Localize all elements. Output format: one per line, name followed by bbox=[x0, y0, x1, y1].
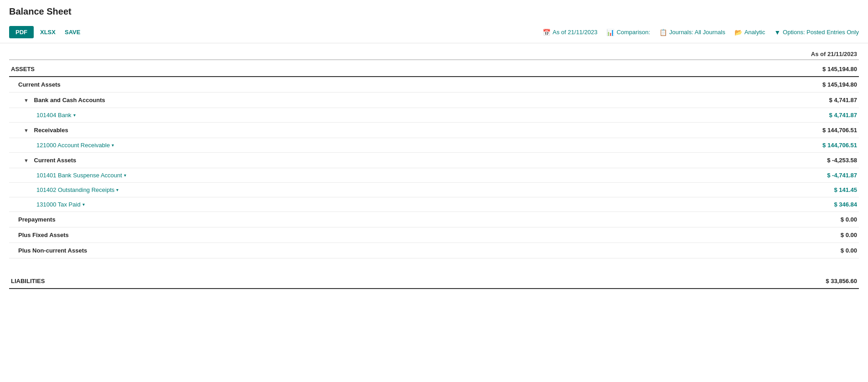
filter-icon: ▼ bbox=[774, 29, 781, 36]
assets-header: ASSETS $ 145,194.80 bbox=[9, 60, 859, 77]
receivables-total: $ 144,706.51 bbox=[798, 127, 857, 134]
bank-cash-group-row[interactable]: ▼ Bank and Cash Accounts $ 4,741.87 bbox=[9, 93, 859, 108]
analytic-filter[interactable]: 📂 Analytic bbox=[734, 29, 765, 36]
bank-cash-total: $ 4,741.87 bbox=[798, 97, 857, 103]
non-current-assets-total: $ 0.00 bbox=[798, 247, 857, 254]
fixed-assets-total: $ 0.00 bbox=[798, 232, 857, 238]
account-101402-row: 101402 Outstanding Receipts ▾ $ 141.45 bbox=[9, 183, 859, 197]
save-button[interactable]: SAVE bbox=[60, 26, 85, 38]
date-filter[interactable]: 📅 As of 21/11/2023 bbox=[543, 29, 597, 36]
account-101402-name[interactable]: 101402 Outstanding Receipts ▾ bbox=[36, 186, 118, 193]
chevron-down-icon: ▼ bbox=[24, 158, 29, 163]
dropdown-arrow-icon: ▾ bbox=[82, 202, 85, 207]
account-101401-amount: $ -4,741.87 bbox=[798, 172, 857, 179]
prepayments-row: Prepayments $ 0.00 bbox=[9, 212, 859, 227]
liabilities-header: LIABILITIES $ 33,856.60 bbox=[9, 272, 859, 289]
receivables-label: Receivables bbox=[34, 127, 68, 134]
liabilities-total: $ 33,856.60 bbox=[798, 278, 857, 284]
current-assets-total: $ 145,194.80 bbox=[798, 81, 857, 88]
current-assets-sub-group-row[interactable]: ▼ Current Assets $ -4,253.58 bbox=[9, 153, 859, 168]
current-assets-sub-total: $ -4,253.58 bbox=[798, 157, 857, 164]
current-assets-row: Current Assets $ 145,194.80 bbox=[9, 77, 859, 93]
dropdown-arrow-icon: ▾ bbox=[112, 143, 114, 148]
account-101401-name[interactable]: 101401 Bank Suspense Account ▾ bbox=[36, 172, 126, 179]
options-filter[interactable]: ▼ Options: Posted Entries Only bbox=[774, 29, 859, 36]
current-assets-label: Current Assets bbox=[18, 81, 61, 88]
receivables-group-row[interactable]: ▼ Receivables $ 144,706.51 bbox=[9, 123, 859, 138]
xlsx-button[interactable]: XLSX bbox=[36, 26, 60, 38]
liabilities-label: LIABILITIES bbox=[11, 278, 45, 284]
account-121000-row: 121000 Account Receivable ▾ $ 144,706.51 bbox=[9, 138, 859, 153]
prepayments-total: $ 0.00 bbox=[798, 216, 857, 223]
report-container: As of 21/11/2023 ASSETS $ 145,194.80 Cur… bbox=[0, 43, 868, 298]
prepayments-label: Prepayments bbox=[18, 216, 56, 223]
comparison-filter[interactable]: 📊 Comparison: bbox=[606, 29, 650, 36]
pdf-button[interactable]: PDF bbox=[9, 26, 34, 38]
account-131000-row: 131000 Tax Paid ▾ $ 346.84 bbox=[9, 197, 859, 212]
group-row-left: ▼ Receivables bbox=[24, 127, 68, 134]
assets-label: ASSETS bbox=[11, 66, 35, 72]
non-current-assets-row: Plus Non-current Assets $ 0.00 bbox=[9, 243, 859, 258]
assets-total: $ 145,194.80 bbox=[798, 66, 857, 72]
assets-section: ASSETS $ 145,194.80 Current Assets $ 145… bbox=[9, 60, 859, 289]
bank-cash-label: Bank and Cash Accounts bbox=[34, 97, 105, 103]
account-101404-name[interactable]: 101404 Bank ▾ bbox=[36, 112, 76, 119]
account-101401-row: 101401 Bank Suspense Account ▾ $ -4,741.… bbox=[9, 168, 859, 183]
analytic-icon: 📂 bbox=[734, 29, 742, 36]
account-101404-amount: $ 4,741.87 bbox=[798, 112, 857, 119]
dropdown-arrow-icon: ▾ bbox=[73, 113, 76, 118]
fixed-assets-row: Plus Fixed Assets $ 0.00 bbox=[9, 227, 859, 243]
account-101404-row: 101404 Bank ▾ $ 4,741.87 bbox=[9, 108, 859, 123]
chart-icon: 📊 bbox=[606, 29, 614, 36]
account-131000-name[interactable]: 131000 Tax Paid ▾ bbox=[36, 201, 85, 208]
current-assets-sub-label: Current Assets bbox=[34, 157, 77, 164]
chevron-down-icon: ▼ bbox=[24, 128, 29, 133]
fixed-assets-label: Plus Fixed Assets bbox=[18, 232, 69, 238]
report-header-date: As of 21/11/2023 bbox=[777, 51, 859, 57]
non-current-assets-label: Plus Non-current Assets bbox=[18, 247, 87, 254]
account-101402-amount: $ 141.45 bbox=[798, 186, 857, 193]
page-title: Balance Sheet bbox=[0, 0, 868, 21]
group-row-left: ▼ Bank and Cash Accounts bbox=[24, 97, 105, 103]
dropdown-arrow-icon: ▾ bbox=[124, 173, 126, 178]
account-131000-amount: $ 346.84 bbox=[798, 201, 857, 208]
journal-icon: 📋 bbox=[659, 29, 667, 36]
toolbar-filters: 📅 As of 21/11/2023 📊 Comparison: 📋 Journ… bbox=[543, 29, 859, 36]
group-row-left: ▼ Current Assets bbox=[24, 157, 76, 164]
account-121000-name[interactable]: 121000 Account Receivable ▾ bbox=[36, 142, 114, 149]
dropdown-arrow-icon: ▾ bbox=[116, 187, 118, 192]
account-121000-amount: $ 144,706.51 bbox=[798, 142, 857, 149]
chevron-down-icon: ▼ bbox=[24, 98, 29, 103]
journals-filter[interactable]: 📋 Journals: All Journals bbox=[659, 29, 725, 36]
toolbar: PDF XLSX SAVE 📅 As of 21/11/2023 📊 Compa… bbox=[0, 21, 868, 43]
spacer bbox=[9, 258, 859, 272]
calendar-icon: 📅 bbox=[543, 29, 550, 36]
report-header-row: As of 21/11/2023 bbox=[9, 43, 859, 60]
